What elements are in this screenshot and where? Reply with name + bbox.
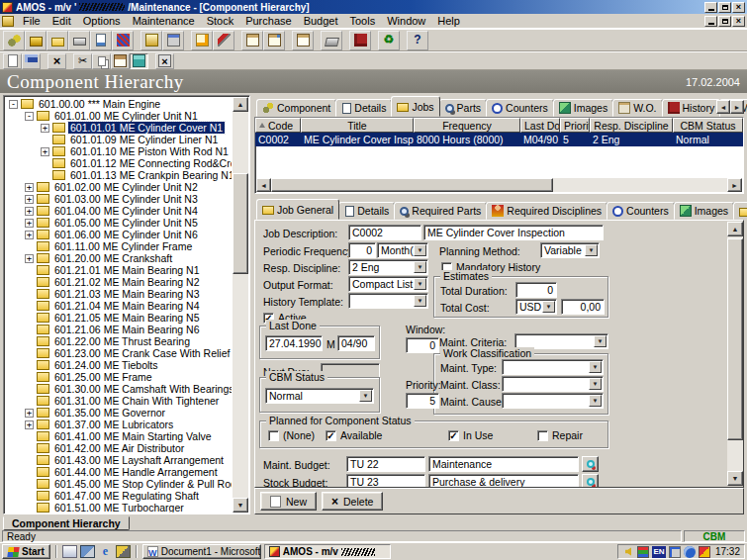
tree-item[interactable]: 601.01.09 ME Cylinder Liner N1: [6, 134, 232, 145]
tree-item[interactable]: 601.21.04 ME Main Bearing N4: [6, 300, 232, 312]
eraser-icon[interactable]: [321, 31, 342, 50]
maintenance-tool-icon[interactable]: [213, 31, 234, 50]
toolbox-icon[interactable]: [25, 31, 47, 50]
mdi-restore-button[interactable]: [718, 16, 731, 27]
menu-item[interactable]: File: [17, 14, 47, 28]
menu-item[interactable]: Edit: [47, 14, 77, 28]
subtab-required-parts[interactable]: Required Parts: [394, 202, 487, 220]
expand-toggle-icon[interactable]: +: [25, 420, 34, 429]
planning-method-select[interactable]: Variable▼: [540, 242, 600, 258]
stock-budget-desc-field[interactable]: Purchase & delivery: [428, 474, 579, 487]
clock[interactable]: 17:32: [713, 546, 740, 557]
help-icon[interactable]: [407, 31, 428, 50]
expand-toggle-icon[interactable]: +: [25, 409, 34, 418]
scroll-left-icon[interactable]: ◄: [256, 178, 271, 192]
subtab-related-jobs[interactable]: Related Jobs: [733, 202, 747, 220]
periodic-frequency-field[interactable]: 0: [348, 242, 376, 258]
window-field[interactable]: 0: [406, 337, 439, 353]
scroll-right-icon[interactable]: ►: [727, 178, 742, 192]
refresh-recycle-icon[interactable]: [378, 31, 400, 50]
column-header-resp-discipline[interactable]: Resp. Discipline: [590, 118, 673, 133]
tree-item[interactable]: 601.24.00 ME Tiebolts: [6, 359, 232, 371]
scroll-down-icon[interactable]: ▼: [233, 498, 248, 513]
resp-discipline-select[interactable]: 2 Eng▼: [348, 259, 428, 275]
column-header-last-done[interactable]: Last Done: [520, 118, 560, 133]
maint-cause-select[interactable]: ▼: [502, 393, 604, 409]
last-done-date-field[interactable]: 27.04.1990: [265, 335, 323, 351]
open-folder-icon[interactable]: [47, 31, 68, 50]
output-format-select[interactable]: Compact List▼: [348, 276, 428, 292]
chevron-down-icon[interactable]: ▼: [414, 244, 426, 256]
tab-parts[interactable]: Parts: [439, 99, 488, 117]
repair-checkbox[interactable]: Repair: [537, 429, 583, 441]
tree-item[interactable]: + 601.01.10 ME Piston With Rod N1: [6, 145, 232, 157]
scroll-down-icon[interactable]: ▼: [727, 471, 743, 486]
menu-item[interactable]: Stock: [201, 14, 240, 28]
tree-item[interactable]: + 601.04.00 ME Cylinder Unit N4: [6, 205, 232, 217]
copy-icon[interactable]: [92, 53, 111, 69]
expand-toggle-icon[interactable]: +: [25, 254, 34, 263]
menu-item[interactable]: Purchase: [239, 14, 297, 28]
tree-item[interactable]: 601.44.00 ME Handle Arrangement: [6, 466, 232, 478]
tree-item[interactable]: 601.21.03 ME Main Bearing N3: [6, 288, 232, 300]
task-word-document[interactable]: Document1 - Microsoft W...: [142, 544, 261, 559]
maint-budget-lookup-button[interactable]: [582, 456, 599, 472]
start-button[interactable]: Start: [2, 544, 50, 559]
tree-item[interactable]: 601.42.00 ME Air Distributor: [6, 442, 232, 454]
language-indicator[interactable]: EN: [652, 546, 666, 558]
tree-item[interactable]: + 601.37.00 ME Lubricators: [6, 419, 232, 430]
mdi-minimize-button[interactable]: [704, 16, 717, 27]
cbm-status-select[interactable]: Normal▼: [265, 388, 374, 404]
expand-toggle-icon[interactable]: +: [25, 231, 34, 239]
tab-jobs[interactable]: Jobs: [391, 96, 439, 117]
tree-item[interactable]: + 601.02.00 ME Cylinder Unit N2: [6, 181, 232, 193]
in-use-checkbox[interactable]: In Use: [448, 429, 493, 441]
minimize-button[interactable]: [704, 2, 717, 13]
tree-item[interactable]: 601.41.00 ME Main Starting Valve: [6, 430, 232, 442]
document-quick-icon[interactable]: [62, 545, 77, 558]
clipboard-icon[interactable]: [292, 31, 314, 50]
subtab-counters[interactable]: Counters: [607, 202, 675, 220]
scroll-thumb[interactable]: [271, 178, 553, 192]
work-order-icon[interactable]: [241, 31, 263, 50]
tab-details[interactable]: Details: [335, 99, 392, 117]
subtab-job-general[interactable]: Job General: [256, 199, 339, 220]
dialup-icon[interactable]: [684, 546, 696, 558]
expand-toggle-icon[interactable]: +: [41, 124, 49, 133]
paste-icon[interactable]: [111, 53, 130, 69]
tab-scroll-left-icon[interactable]: ◄: [716, 100, 730, 114]
chevron-down-icon[interactable]: ▼: [542, 301, 555, 313]
tree-item[interactable]: + 601.01.01 ME Cylinder Cover N1: [6, 122, 232, 134]
tree-item[interactable]: 601.21.06 ME Main Bearing N6: [6, 324, 232, 335]
tree-item[interactable]: 601.21.01 ME Main Bearing N1: [6, 264, 232, 276]
expand-toggle-icon[interactable]: +: [41, 147, 49, 156]
tree-item[interactable]: 601.47.00 ME Regulating Shaft: [6, 490, 232, 502]
table-hscrollbar[interactable]: ◄ ►: [256, 178, 742, 192]
address-book-icon[interactable]: [349, 31, 371, 50]
priority-field[interactable]: 5: [406, 393, 439, 409]
report-icon[interactable]: [90, 31, 112, 50]
tab-history[interactable]: History: [662, 99, 721, 117]
show-desktop-icon[interactable]: [80, 545, 95, 558]
menu-item[interactable]: Tools: [344, 14, 382, 28]
internet-explorer-icon[interactable]: e: [98, 545, 113, 558]
menu-item[interactable]: Help: [431, 14, 466, 28]
filter-icon[interactable]: [130, 53, 148, 69]
expand-toggle-icon[interactable]: +: [25, 219, 34, 228]
tree-item[interactable]: 601.22.00 ME Thrust Bearing: [6, 335, 232, 347]
delete-button[interactable]: ×Delete: [322, 492, 383, 511]
cut-icon[interactable]: [73, 53, 92, 69]
stock-budget-code-field[interactable]: TU 23: [346, 474, 425, 487]
job-code-field[interactable]: C0002: [348, 225, 421, 240]
component-register-icon[interactable]: [140, 31, 162, 50]
new-record-icon[interactable]: [3, 53, 22, 69]
scroll-up-icon[interactable]: ▲: [233, 97, 248, 112]
chevron-down-icon[interactable]: ▼: [414, 278, 426, 290]
chevron-down-icon[interactable]: ▼: [589, 395, 602, 407]
maint-budget-code-field[interactable]: TU 22: [346, 456, 425, 472]
chevron-down-icon[interactable]: ▼: [414, 261, 426, 273]
tree-item[interactable]: - 601.00.00 *** Main Engine: [6, 98, 232, 110]
scroll-up-icon[interactable]: ▲: [727, 222, 743, 236]
tree-item[interactable]: + 601.35.00 ME Governor: [6, 407, 232, 419]
subtab-images[interactable]: Images: [674, 202, 734, 220]
